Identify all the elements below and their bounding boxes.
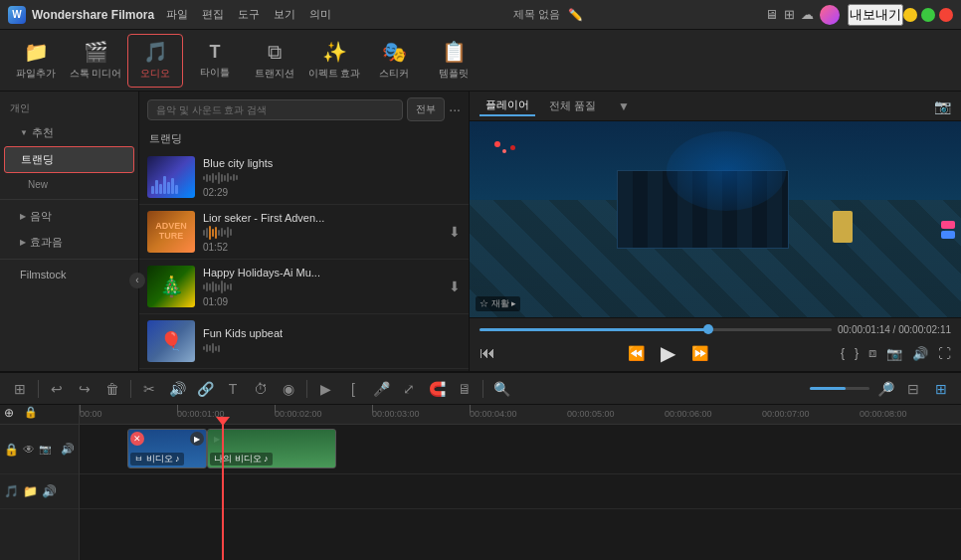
menu-meaning[interactable]: 의미 — [309, 7, 331, 22]
cloud-icon[interactable]: ☁ — [801, 7, 814, 22]
video-clip-2[interactable]: ▶ 나의 비디오 ♪ — [207, 429, 336, 468]
play-button[interactable]: ▶ — [661, 341, 675, 365]
left-item-music[interactable]: ▶ 음악 — [4, 204, 134, 229]
ruler-8: 00:00:08:00 — [860, 409, 907, 419]
speaker-icon[interactable]: 🔊 — [61, 443, 75, 456]
toolbar-file-add[interactable]: 📁 파일추가 — [8, 34, 64, 88]
toolbar-audio[interactable]: 🎵 오디오 — [127, 34, 183, 88]
title-edit-icon[interactable]: ✏️ — [568, 8, 583, 22]
skip-back-button[interactable]: ⏮ — [480, 344, 495, 362]
layout-btn[interactable]: ⊟ — [901, 377, 925, 401]
screenshot-ctrl-button[interactable]: 📷 — [886, 346, 902, 361]
section-personal: 개인 — [0, 97, 138, 119]
logo-icon: W — [8, 6, 26, 24]
camera-icon[interactable]: 📷 — [39, 444, 51, 455]
playhead[interactable] — [222, 425, 224, 560]
export-button[interactable]: 내보내기 — [848, 4, 903, 26]
add-track-btn[interactable]: ⊕ — [4, 406, 22, 424]
monitor-icon[interactable]: 🖥 — [765, 7, 778, 22]
chevron-down-icon[interactable]: ▼ — [618, 99, 630, 113]
label-lock-btn[interactable]: 🔒 — [24, 406, 42, 424]
split-audio-btn[interactable]: 🔊 — [165, 377, 189, 401]
eye-icon[interactable]: 👁 — [23, 443, 35, 457]
microphone-btn[interactable]: 🎤 — [369, 377, 393, 401]
left-item-effects[interactable]: ▶ 효과음 — [4, 230, 134, 255]
music-item-city-lights[interactable]: Blue city lights 02:29 — [139, 150, 469, 205]
download-icon-adventure[interactable]: ⬇ — [449, 224, 461, 240]
folder-icon[interactable]: 📁 — [23, 484, 38, 498]
lock-icon[interactable]: 🔒 — [4, 443, 19, 457]
effect-btn[interactable]: ◉ — [277, 377, 300, 401]
music-item-holidays[interactable]: 🎄 Happy Holidays-Ai Mu... 01:09 ⬇ — [139, 260, 469, 314]
toolbar-titles[interactable]: T 타이틀 — [187, 34, 243, 88]
item-blue — [941, 231, 955, 239]
clip-x-btn[interactable]: ✕ — [130, 432, 144, 446]
grid-icon[interactable]: ⊞ — [784, 7, 795, 22]
tab-player[interactable]: 플레이어 — [480, 95, 535, 116]
music-icon[interactable]: 🎵 — [4, 484, 19, 498]
progress-track[interactable] — [480, 328, 832, 331]
speed-btn[interactable]: ⏱ — [249, 377, 273, 401]
zoom-in-btn[interactable]: 🔎 — [873, 377, 897, 401]
crop-button[interactable]: ⧈ — [868, 345, 876, 361]
zoom-track[interactable] — [810, 387, 869, 390]
preview-video: ☆ 재활 ▸ — [470, 121, 961, 317]
link-btn[interactable]: 🔗 — [193, 377, 217, 401]
left-item-new[interactable]: New — [4, 174, 134, 195]
audio-speaker-icon[interactable]: 🔊 — [42, 484, 57, 498]
menu-file[interactable]: 파일 — [166, 7, 188, 22]
layout2-btn[interactable]: ⊞ — [929, 377, 953, 401]
video-clip-1[interactable]: ✕ ▶ ㅂ 비디오 ♪ — [127, 429, 207, 468]
toolbar-stock-media[interactable]: 🎬 스톡 미디어 — [68, 34, 123, 88]
panel-collapse-arrow[interactable]: ‹ — [129, 273, 145, 288]
volume-button[interactable]: 🔊 — [912, 346, 928, 361]
left-item-recommended[interactable]: ▼ 추천 — [4, 120, 134, 145]
timeline-grid-btn[interactable]: ⊞ — [8, 377, 32, 401]
left-item-filmstock[interactable]: Filmstock — [4, 264, 134, 285]
next-frame-button[interactable]: ⏩ — [691, 345, 708, 361]
music-item-adventure[interactable]: ADVENTURE Lior seker - First Adven... 01… — [139, 205, 469, 260]
play-head-btn[interactable]: ▶ — [313, 377, 337, 401]
minimize-button[interactable] — [903, 8, 917, 22]
left-item-trending[interactable]: 트랜딩 — [4, 146, 134, 173]
menu-tools[interactable]: 도구 — [238, 7, 260, 22]
music-item-kids-upbeat[interactable]: 🎈 Fun Kids upbeat — [139, 314, 469, 369]
music-info-holidays: Happy Holidays-Ai Mu... 01:09 — [203, 267, 441, 307]
profile-icon[interactable] — [820, 5, 840, 25]
maximize-button[interactable] — [921, 8, 935, 22]
screenshot-icon[interactable]: 📷 — [934, 98, 951, 114]
tab-quality[interactable]: 전체 품질 — [543, 96, 602, 115]
toolbar-transitions[interactable]: ⧉ 트랜지션 — [247, 34, 302, 88]
video-track-label: 🔒 👁 📷 🔊 — [0, 425, 79, 474]
delete-btn[interactable]: 🗑 — [100, 377, 124, 401]
redo-btn[interactable]: ↪ — [73, 377, 96, 401]
prev-frame-button[interactable]: ⏪ — [628, 345, 645, 361]
cut-btn[interactable]: ✂ — [137, 377, 161, 401]
clip1-play-btn[interactable]: ▶ — [190, 432, 204, 446]
music-info-kids: Fun Kids upbeat — [203, 327, 461, 355]
bracket-left-button[interactable]: { — [841, 346, 845, 360]
zoom-out-btn[interactable]: 🔍 — [489, 377, 513, 401]
toolbar-effects[interactable]: ✨ 이펙트 효과 — [306, 34, 362, 88]
menu-edit[interactable]: 편집 — [202, 7, 224, 22]
mark-in-btn[interactable]: [ — [341, 377, 365, 401]
undo-btn[interactable]: ↩ — [45, 377, 69, 401]
ruler-2: 00:00:02:00 — [275, 409, 322, 419]
close-button[interactable] — [939, 8, 953, 22]
search-input[interactable] — [147, 99, 403, 120]
magnet-btn[interactable]: 🧲 — [425, 377, 449, 401]
download-icon-holidays[interactable]: ⬇ — [449, 279, 461, 294]
bracket-right-button[interactable]: } — [855, 346, 859, 360]
fullscreen-button[interactable]: ⛶ — [938, 346, 951, 361]
menu-view[interactable]: 보기 — [274, 7, 295, 22]
effects-label: 효과음 — [30, 235, 63, 250]
filter-button[interactable]: 전부 — [407, 97, 445, 121]
toolbar-templates[interactable]: 📋 템플릿 — [426, 34, 481, 88]
ruler-0: 00:00 — [80, 409, 102, 419]
text-btn[interactable]: T — [221, 377, 245, 401]
progress-thumb[interactable] — [703, 324, 713, 334]
monitor-btn[interactable]: 🖥 — [453, 377, 477, 401]
toolbar-stickers[interactable]: 🎭 스티커 — [366, 34, 422, 88]
transition2-btn[interactable]: ⤢ — [397, 377, 421, 401]
more-options-button[interactable]: ··· — [449, 101, 461, 117]
